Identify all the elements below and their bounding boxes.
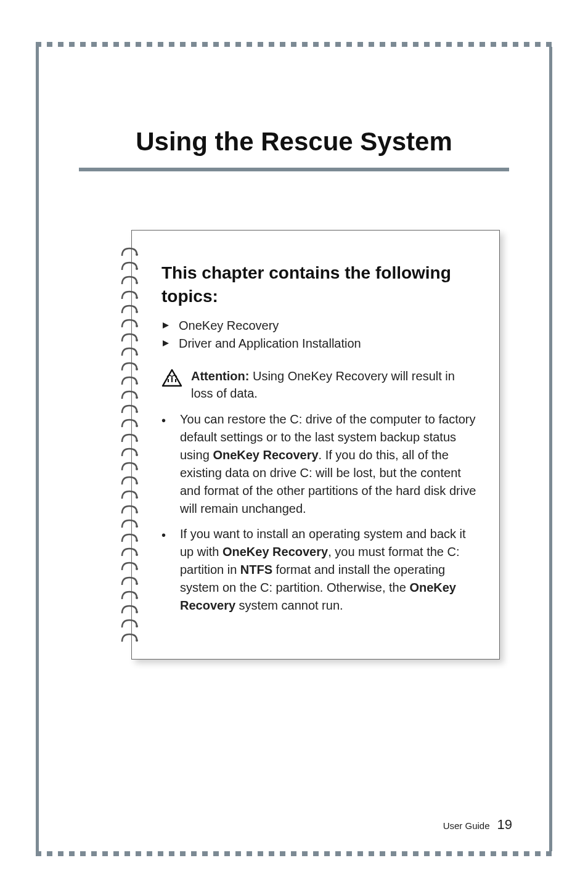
svg-point-6 (136, 339, 138, 341)
footer-label: User Guide (443, 820, 490, 831)
bullet-list: • You can restore the C: drive of the co… (161, 411, 478, 615)
spiral-ring-icon (121, 375, 138, 386)
attention-row: Attention: Using OneKey Recovery will re… (161, 367, 478, 402)
svg-point-0 (136, 253, 138, 256)
spiral-ring-icon (121, 532, 138, 543)
bullet-dot-icon: • (161, 525, 166, 615)
spiral-ring-icon (121, 446, 138, 457)
bullet-text: If you want to install an operating syst… (180, 525, 478, 615)
topic-item: OneKey Recovery (161, 317, 478, 335)
spiral-ring-icon (121, 589, 138, 600)
bullet-item: • You can restore the C: drive of the co… (161, 411, 478, 518)
spiral-ring-icon (121, 618, 138, 629)
topic-label: Driver and Application Installation (179, 337, 361, 351)
page-content: Using the Rescue System (39, 47, 549, 851)
arrow-right-icon (161, 319, 170, 333)
svg-point-12 (136, 425, 138, 427)
spiral-ring-icon (121, 361, 138, 372)
spiral-ring-icon (121, 303, 138, 314)
svg-point-14 (136, 454, 138, 456)
svg-marker-28 (163, 322, 169, 329)
svg-point-3 (136, 296, 138, 299)
svg-point-25 (136, 611, 138, 613)
svg-point-9 (136, 382, 138, 385)
svg-point-18 (136, 511, 138, 513)
spiral-ring-icon (121, 346, 138, 357)
svg-point-26 (136, 625, 138, 627)
svg-point-17 (136, 496, 138, 499)
spiral-ring-icon (121, 475, 138, 486)
svg-point-2 (136, 282, 138, 284)
spiral-ring-icon (121, 546, 138, 557)
title-underline (79, 168, 509, 171)
spiral-ring-icon (121, 417, 138, 428)
spiral-ring-icon (121, 403, 138, 414)
spiral-ring-icon (121, 274, 138, 285)
spiral-ring-icon (121, 504, 138, 515)
text-segment: system cannot run. (235, 599, 343, 612)
svg-point-16 (136, 482, 138, 484)
text-bold: OneKey Recovery (213, 448, 318, 462)
attention-text: Attention: Using OneKey Recovery will re… (191, 367, 478, 402)
spiral-ring-icon (121, 575, 138, 586)
chapter-title: Using the Rescue System (76, 127, 512, 157)
svg-point-1 (136, 268, 138, 270)
bullet-text: You can restore the C: drive of the comp… (180, 411, 478, 518)
spiral-ring-icon (121, 518, 138, 529)
attention-triangle-icon (161, 369, 182, 402)
topic-list: OneKey Recovery Driver and Application I… (161, 317, 478, 353)
topic-label: OneKey Recovery (179, 319, 279, 333)
svg-point-24 (136, 597, 138, 599)
spiral-ring-icon (121, 317, 138, 329)
svg-point-10 (136, 396, 138, 399)
spiral-binding (121, 246, 138, 644)
spiral-ring-icon (121, 289, 138, 300)
frame-bottom-border (36, 851, 552, 856)
spiral-ring-icon (121, 632, 138, 643)
svg-point-22 (136, 568, 138, 570)
page-number: 19 (497, 817, 512, 833)
svg-point-27 (136, 639, 138, 642)
svg-point-8 (136, 368, 138, 370)
spiral-ring-icon (121, 432, 138, 443)
frame-right-border (549, 47, 552, 851)
arrow-right-icon (161, 337, 170, 351)
svg-point-15 (136, 468, 138, 470)
bullet-item: • If you want to install an operating sy… (161, 525, 478, 615)
topic-card: This chapter contains the following topi… (131, 230, 500, 660)
page-footer: User Guide 19 (443, 817, 512, 833)
svg-point-5 (136, 325, 138, 327)
spiral-ring-icon (121, 332, 138, 343)
spiral-ring-icon (121, 389, 138, 400)
card-heading: This chapter contains the following topi… (161, 261, 478, 308)
svg-point-11 (136, 411, 138, 413)
svg-point-7 (136, 353, 138, 356)
svg-point-21 (136, 554, 138, 556)
svg-marker-29 (163, 340, 169, 346)
spiral-ring-icon (121, 560, 138, 571)
topic-item: Driver and Application Installation (161, 335, 478, 353)
spiral-ring-icon (121, 603, 138, 615)
svg-point-19 (136, 525, 138, 528)
text-bold: OneKey Recovery (223, 545, 328, 558)
spiral-ring-icon (121, 489, 138, 500)
text-bold: NTFS (240, 563, 272, 576)
svg-point-23 (136, 582, 138, 585)
frame-top-border (36, 42, 552, 47)
svg-point-13 (136, 439, 138, 442)
spiral-ring-icon (121, 460, 138, 472)
spiral-ring-icon (121, 260, 138, 271)
spiral-ring-icon (121, 246, 138, 257)
bullet-dot-icon: • (161, 411, 166, 518)
attention-label: Attention: (191, 369, 249, 383)
svg-point-4 (136, 311, 138, 313)
svg-point-20 (136, 539, 138, 542)
